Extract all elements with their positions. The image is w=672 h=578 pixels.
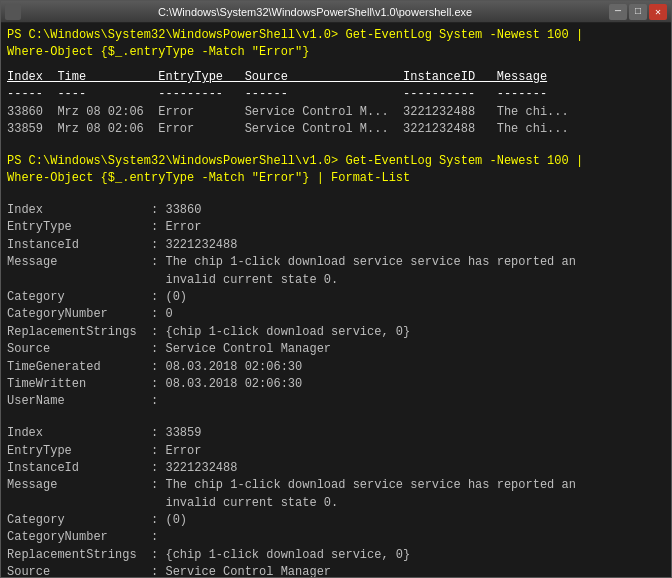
minimize-button[interactable]: ─ xyxy=(609,4,627,20)
console-line: Message : The chip 1-click download serv… xyxy=(7,477,665,494)
console-line: EntryType : Error xyxy=(7,219,665,236)
console-line: PS C:\Windows\System32\WindowsPowerShell… xyxy=(7,153,665,170)
console-line: invalid current state 0. xyxy=(7,272,665,289)
window-icon xyxy=(5,4,21,20)
console-line: TimeGenerated : 08.03.2018 02:06:30 xyxy=(7,359,665,376)
console-line xyxy=(7,195,665,202)
console-line: UserName : xyxy=(7,393,665,410)
console-line: Message : The chip 1-click download serv… xyxy=(7,254,665,271)
console-line: ReplacementStrings : {chip 1-click downl… xyxy=(7,324,665,341)
console-line: TimeWritten : 08.03.2018 02:06:30 xyxy=(7,376,665,393)
console-line: InstanceId : 3221232488 xyxy=(7,460,665,477)
console-line: CategoryNumber : xyxy=(7,529,665,546)
console-line: Index Time EntryType Source InstanceID M… xyxy=(7,69,665,86)
console-line: InstanceId : 3221232488 xyxy=(7,237,665,254)
title-bar: C:\Windows\System32\WindowsPowerShell\v1… xyxy=(1,1,671,23)
console-line xyxy=(7,146,665,153)
console-line: Index : 33859 xyxy=(7,425,665,442)
console-line: Where-Object {$_.entryType -Match "Error… xyxy=(7,44,665,61)
console-line: Index : 33860 xyxy=(7,202,665,219)
console-line: Category : (0) xyxy=(7,512,665,529)
console-line: Category : (0) xyxy=(7,289,665,306)
console-line: ReplacementStrings : {chip 1-click downl… xyxy=(7,547,665,564)
powershell-window: C:\Windows\System32\WindowsPowerShell\v1… xyxy=(0,0,672,578)
console-line: Where-Object {$_.entryType -Match "Error… xyxy=(7,170,665,187)
close-button[interactable]: ✕ xyxy=(649,4,667,20)
console-line: CategoryNumber : 0 xyxy=(7,306,665,323)
console-line: ----- ---- --------- ------ ---------- -… xyxy=(7,86,665,103)
window-title: C:\Windows\System32\WindowsPowerShell\v1… xyxy=(21,6,609,18)
console-line xyxy=(7,411,665,418)
title-bar-buttons: ─ □ ✕ xyxy=(609,4,667,20)
console-line xyxy=(7,418,665,425)
console-line xyxy=(7,62,665,69)
console-line: 33859 Mrz 08 02:06 Error Service Control… xyxy=(7,121,665,138)
console-line: 33860 Mrz 08 02:06 Error Service Control… xyxy=(7,104,665,121)
console-line: PS C:\Windows\System32\WindowsPowerShell… xyxy=(7,27,665,44)
console-output[interactable]: PS C:\Windows\System32\WindowsPowerShell… xyxy=(1,23,671,577)
console-line: EntryType : Error xyxy=(7,443,665,460)
console-line xyxy=(7,188,665,195)
console-line: invalid current state 0. xyxy=(7,495,665,512)
console-line: Source : Service Control Manager xyxy=(7,564,665,577)
maximize-button[interactable]: □ xyxy=(629,4,647,20)
console-line: Source : Service Control Manager xyxy=(7,341,665,358)
console-line xyxy=(7,139,665,146)
